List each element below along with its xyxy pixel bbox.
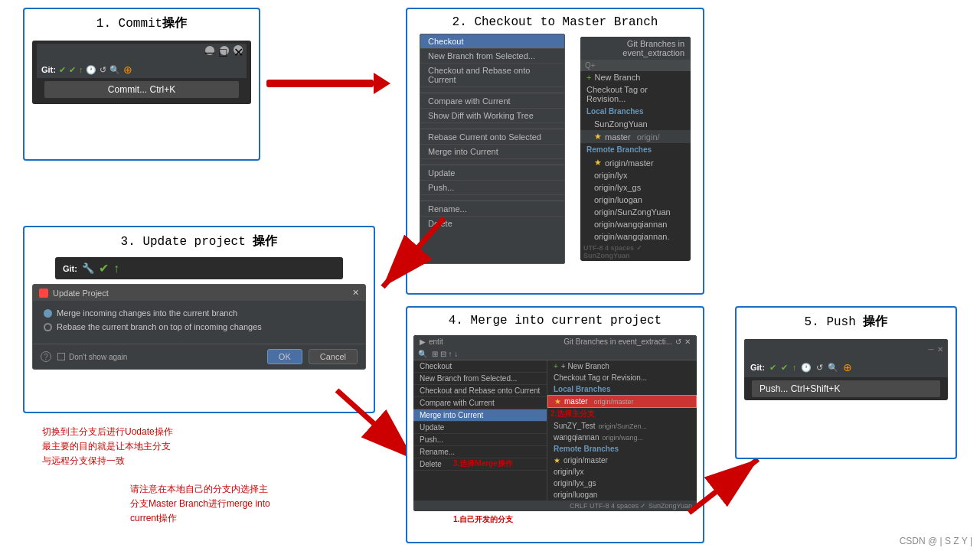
dialog-close-btn[interactable]: ✕ [352,288,359,298]
plus-icon2: + [554,362,558,370]
s4-ctx-rename[interactable]: Rename... [413,446,547,458]
cancel-button[interactable]: Cancel [309,349,358,364]
check-icon[interactable]: ✔ [59,65,66,75]
minimize-btn[interactable]: ─ [205,46,214,55]
s4-ctx-merge[interactable]: Merge into Current [413,409,547,422]
gb-origin-lyx[interactable]: origin/lyx [580,169,691,181]
step1-title-suffix: 操作 [162,16,187,29]
s4-ctx-checkout[interactable]: Checkout [413,360,547,373]
gb-local-section: Local Branches [580,105,691,118]
check4-icon[interactable]: ✔ [769,363,776,373]
check2-icon[interactable]: ✔ [69,65,76,75]
star-icon4: ★ [554,456,560,465]
s4-header-right: Git Branches in event_extracti... [564,337,672,346]
wrench-icon[interactable]: 🔧 [82,262,94,274]
checkbox[interactable] [57,353,65,360]
gb-origin-master[interactable]: ★ origin/master [580,156,691,169]
gb-origin-wqn2[interactable]: origin/wangqiannan. [580,230,691,243]
search-icon2[interactable]: 🔍 [418,350,427,358]
ctx-new-branch[interactable]: New Branch from Selected... [420,49,564,64]
help-icon[interactable]: ? [41,351,51,362]
step5-close[interactable]: ✕ [937,345,943,354]
s4-header: ▶ entit Git Branches in event_extracti..… [413,335,697,348]
gb-master[interactable]: ★ master origin/ [580,130,691,143]
s4-ctx-rebase[interactable]: Checkout and Rebase onto Current [413,385,547,397]
s4-split: Checkout New Branch from Selected... Che… [413,360,697,500]
check5-icon[interactable]: ✔ [781,363,788,373]
radio-circle2[interactable] [44,323,52,331]
radio-circle1[interactable] [44,309,52,318]
ctx-compare[interactable]: Compare with Current [420,94,564,109]
s4-ctx-update[interactable]: Update [413,422,547,434]
s4-sunzy-test[interactable]: SunZY_Test origin/SunZen... [547,420,697,432]
clock2-icon[interactable]: 🕐 [801,363,812,373]
svg-line-3 [337,390,413,459]
maximize-btn[interactable]: □ [220,46,229,55]
plus-icon[interactable]: ⊕ [123,64,132,76]
plus-icon: + [586,73,591,82]
s4-new-branch[interactable]: + + New Branch [547,360,697,372]
git-branches-panel: Git Branches in event_extraction Q+ + Ne… [580,37,691,261]
dialog-footer: ? Don't show again OK Cancel [33,344,365,369]
arrow-up2-icon[interactable]: ↑ [113,262,119,276]
s4-checkout-tag[interactable]: Checkout Tag or Revision... [547,372,697,383]
master-label2: master [564,397,588,406]
arrow-up3-icon[interactable]: ↑ [792,363,797,372]
undo-icon[interactable]: ↺ [100,65,106,75]
sunzongyuan-label: SunZongYuan [594,119,648,129]
radio-option1[interactable]: Merge incoming changes into the current … [44,308,354,318]
ctx-merge-into[interactable]: Merge into Current [420,145,564,159]
ctx-update[interactable]: Update [420,166,564,181]
step5-minimize[interactable]: ─ [928,345,933,354]
s4-header-left: entit [429,337,443,346]
arrow-step1-step2 [266,73,390,94]
close-icon2[interactable]: ✕ [684,337,691,346]
s4-ctx-compare[interactable]: Compare with Current [413,397,547,409]
dont-show-checkbox[interactable]: Don't show again [57,353,127,361]
step5-title-text: 5. Push [805,315,856,329]
step3-title-text: 3. Update project [121,235,246,249]
search-icon[interactable]: 🔍 [109,65,120,75]
gb-search[interactable]: Q+ [580,60,691,71]
ctx-checkout[interactable]: Checkout [420,34,564,49]
star-icon3: ★ [554,397,561,406]
step2-title: 2. Checkout to Master Branch [407,9,703,34]
radio-option2[interactable]: Rebase the current branch on top of inco… [44,322,354,331]
ctx-show-diff[interactable]: Show Diff with Working Tree [420,109,564,123]
close-btn[interactable]: ✕ [234,45,243,54]
undo2-icon[interactable]: ↺ [816,363,823,373]
gb-checkout-tag[interactable]: Checkout Tag or Revision... [580,83,691,105]
s4-ctx-push[interactable]: Push... [413,434,547,446]
gb-origin-wqn[interactable]: origin/wangqiannan [580,218,691,230]
ctx-sep4 [420,196,564,201]
arrow-up-icon[interactable]: ↑ [79,65,83,74]
s4-ctx-new-branch[interactable]: New Branch from Selected... [413,373,547,385]
checkout-tag2: Checkout Tag or Revision... [554,373,647,382]
search2-icon[interactable]: 🔍 [828,363,838,373]
gb-origin-szy[interactable]: origin/SunZongYuan [580,206,691,218]
gb-new-branch[interactable]: + New Branch [580,71,691,83]
step5-titlebar: ─ ✕ [744,339,948,357]
commit-dropdown[interactable]: Commit... Ctrl+K [44,81,239,98]
label-select-branch: 2.选择主分支 [547,408,697,420]
step3-annotation2: 请注意在本地自己的分支内选择主 分支Master Branch进行merge i… [130,482,270,527]
ctx-push[interactable]: Push... [420,181,564,195]
refresh-icon[interactable]: ↺ [675,337,681,346]
ctx-rebase-current[interactable]: Rebase Current onto Selected [420,130,564,145]
check3-icon[interactable]: ✔ [99,261,109,276]
ok-button[interactable]: OK [267,349,302,364]
window-titlebar: ─ □ ✕ [37,44,247,61]
push-dropdown[interactable]: Push... Ctrl+Shift+K [752,380,940,397]
gb-sunzongyuan[interactable]: SunZongYuan [580,118,691,130]
ctx-checkout-rebase[interactable]: Checkout and Rebase onto Current [420,64,564,87]
s4-master-branch[interactable]: ★ master origin/master [547,395,697,408]
new-branch-label: New Branch [594,73,640,82]
clock-icon[interactable]: 🕐 [86,65,96,75]
master-label: master [605,132,631,142]
origin-master2: origin/master [594,398,634,406]
s4-wangqiannan[interactable]: wangqiannan origin/wang... [547,432,697,443]
gb-origin-lyx-gs[interactable]: origin/lyx_gs [580,181,691,194]
plus2-icon[interactable]: ⊕ [843,361,852,373]
toolbar-icons: ⊞ ⊟ ↑ ↓ [432,350,458,358]
gb-origin-luogan[interactable]: origin/luogan [580,194,691,206]
